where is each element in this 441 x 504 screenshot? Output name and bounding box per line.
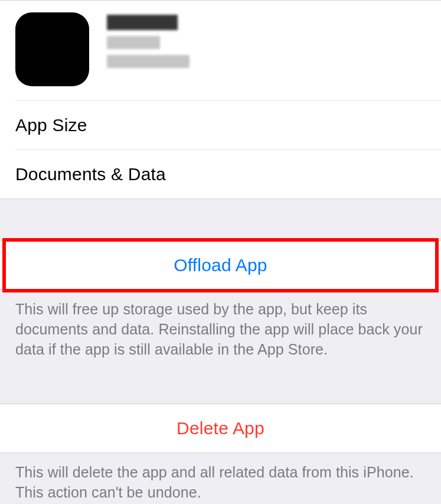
app-name-redacted — [107, 15, 178, 30]
app-size-label: App Size — [15, 115, 87, 135]
offload-app-button[interactable]: Offload App — [0, 240, 441, 290]
app-size-row[interactable]: App Size — [0, 101, 441, 149]
delete-app-label: Delete App — [177, 418, 264, 438]
section-gap — [0, 371, 441, 404]
app-meta — [107, 12, 190, 68]
documents-data-row[interactable]: Documents & Data — [0, 150, 441, 199]
app-icon — [15, 12, 89, 86]
delete-app-button[interactable]: Delete App — [0, 404, 441, 453]
documents-data-label: Documents & Data — [15, 164, 166, 184]
app-header — [0, 1, 441, 100]
app-subtitle2-redacted — [107, 55, 190, 68]
app-info-section: App Size Documents & Data — [0, 1, 441, 199]
section-gap — [0, 199, 441, 240]
offload-wrapper: Offload App — [0, 240, 441, 290]
delete-footer-text: This will delete the app and all related… — [0, 453, 441, 504]
app-subtitle1-redacted — [107, 36, 160, 49]
offload-app-label: Offload App — [174, 255, 267, 275]
offload-footer-text: This will free up storage used by the ap… — [0, 290, 441, 371]
